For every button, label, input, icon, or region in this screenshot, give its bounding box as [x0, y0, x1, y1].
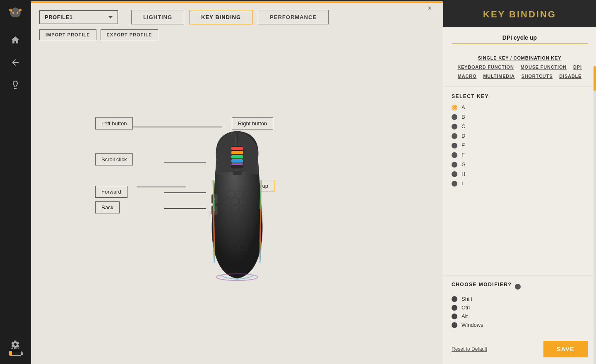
tab-key-binding[interactable]: KEY BINDING — [189, 10, 253, 24]
binding-disable[interactable]: DISABLE — [557, 72, 584, 80]
binding-single-key[interactable]: SINGLE KEY / COMBINATION KEY — [476, 54, 564, 62]
svg-point-1 — [17, 12, 18, 14]
top-bar-accent — [31, 1, 443, 3]
key-item-h[interactable]: H — [452, 170, 586, 178]
modifier-radio-alt[interactable] — [452, 314, 457, 319]
binding-mouse-function[interactable]: MOUSE FUNCTION — [518, 63, 569, 71]
modifier-radio-ctrl[interactable] — [452, 305, 457, 311]
svg-point-0 — [12, 12, 14, 14]
binding-macro[interactable]: MACRO — [455, 72, 479, 80]
binding-section: DPI cycle up SINGLE KEY / COMBINATION KE… — [443, 27, 596, 87]
export-profile-button[interactable]: EXPORT PROFILE — [101, 29, 159, 40]
svg-rect-7 — [231, 159, 243, 163]
mouse-image — [192, 126, 283, 283]
dropdown-arrow-icon — [108, 16, 113, 19]
key-label-d: D — [461, 133, 465, 139]
binding-dpi[interactable]: DPI — [571, 63, 584, 71]
scroll-click-box[interactable]: Scroll click — [95, 153, 133, 165]
close-button[interactable]: × — [425, 3, 435, 13]
battery-indicator: 23% — [9, 345, 22, 356]
modifier-label-alt: Alt — [461, 313, 468, 319]
key-radio-i[interactable] — [452, 181, 457, 187]
svg-rect-5 — [231, 151, 243, 154]
key-radio-f[interactable] — [452, 152, 457, 158]
battery-percent-label: 23% — [11, 345, 19, 350]
battery-fill — [10, 351, 12, 355]
key-label-c: C — [461, 123, 465, 129]
key-item-a[interactable]: A — [452, 103, 586, 111]
scrollbar-thumb[interactable] — [594, 66, 596, 91]
modifier-radio-shift[interactable] — [452, 296, 457, 302]
svg-rect-6 — [231, 155, 243, 158]
tab-performance[interactable]: PERFORMANCE — [258, 10, 329, 24]
key-item-c[interactable]: C — [452, 122, 586, 130]
nav-tabs: LIGHTING KEY BINDING PERFORMANCE — [131, 10, 329, 24]
right-panel-footer: Reset to Default SAVE — [443, 334, 596, 364]
select-key-section: SELECT KEY A B C D E — [443, 87, 596, 275]
right-panel: KEY BINDING DPI cycle up SINGLE KEY / CO… — [443, 0, 596, 364]
header: PROFILE1 LIGHTING KEY BINDING PERFORMANC… — [31, 3, 443, 29]
save-button[interactable]: SAVE — [543, 341, 588, 357]
modifier-shift[interactable]: Shift — [452, 296, 588, 302]
right-panel-title: KEY BINDING — [452, 9, 588, 20]
key-radio-c[interactable] — [452, 124, 457, 129]
modifier-label-windows: Windows — [461, 322, 483, 328]
top-accent-bar — [31, 0, 443, 3]
svg-rect-4 — [231, 147, 243, 150]
modifier-label-ctrl: Ctrl — [461, 304, 470, 311]
key-label-g: G — [461, 161, 466, 168]
binding-keyboard-function[interactable]: KEYBOARD FUNCTION — [455, 63, 516, 71]
key-item-e[interactable]: E — [452, 141, 586, 149]
key-radio-a[interactable] — [452, 105, 457, 110]
modifier-radio-windows[interactable] — [452, 322, 457, 328]
svg-rect-9 — [233, 171, 242, 175]
modifier-windows[interactable]: Windows — [452, 322, 588, 328]
forward-box[interactable]: Forward — [95, 186, 127, 198]
battery-bar — [9, 351, 22, 356]
key-radio-d[interactable] — [452, 133, 457, 139]
sidebar-home-icon[interactable] — [7, 32, 23, 48]
app-logo[interactable] — [6, 4, 25, 23]
select-key-title: SELECT KEY — [452, 93, 588, 99]
binding-multimedia[interactable]: MULTIMEDIA — [481, 72, 517, 80]
key-label-i: I — [461, 180, 463, 187]
profile-actions: IMPORT PROFILE EXPORT PROFILE — [31, 29, 443, 45]
key-item-d[interactable]: D — [452, 132, 586, 140]
modifier-ctrl[interactable]: Ctrl — [452, 304, 588, 311]
key-radio-h[interactable] — [452, 171, 457, 177]
key-radio-g[interactable] — [452, 162, 457, 168]
modifier-title: CHOOSE MODIFIER? — [452, 282, 512, 287]
profile-dropdown[interactable]: PROFILE1 — [39, 10, 118, 24]
mouse-diagram-area: Xtreme HARDWARE Left button Right button… — [31, 45, 443, 364]
key-item-b[interactable]: B — [452, 113, 586, 121]
modifier-toggle[interactable] — [515, 284, 521, 290]
profile-label: PROFILE1 — [45, 14, 105, 20]
key-radio-b[interactable] — [452, 114, 457, 120]
key-label-f: F — [461, 152, 465, 158]
dpi-connector — [137, 187, 186, 187]
scrollbar-track[interactable] — [594, 66, 596, 364]
key-item-i[interactable]: I — [452, 180, 586, 187]
key-radio-e[interactable] — [452, 143, 457, 148]
back-box[interactable]: Back — [95, 201, 120, 213]
modifier-alt[interactable]: Alt — [452, 313, 588, 319]
key-item-f[interactable]: F — [452, 151, 586, 159]
key-item-g[interactable]: G — [452, 160, 586, 168]
modifier-section: CHOOSE MODIFIER? Shift Ctrl Alt Windows — [443, 275, 596, 334]
tab-lighting[interactable]: LIGHTING — [131, 10, 184, 24]
key-label-b: B — [461, 114, 465, 120]
right-button-connector — [132, 127, 186, 127]
sidebar-back-icon[interactable] — [7, 55, 23, 70]
reset-default-link[interactable]: Reset to Default — [452, 346, 537, 352]
modifier-label-shift: Shift — [461, 296, 472, 302]
import-profile-button[interactable]: IMPORT PROFILE — [39, 29, 96, 40]
sidebar-device-icon[interactable] — [7, 77, 23, 93]
left-button-box[interactable]: Left button — [95, 117, 133, 129]
right-panel-header: KEY BINDING — [443, 0, 596, 27]
key-label-e: E — [461, 142, 465, 148]
modifier-title-row: CHOOSE MODIFIER? — [452, 282, 588, 292]
binding-options: SINGLE KEY / COMBINATION KEY KEYBOARD FU… — [452, 54, 588, 80]
main-content: × PROFILE1 LIGHTING KEY BINDING PERFORMA… — [31, 0, 443, 364]
binding-shortcuts[interactable]: SHORTCUTS — [519, 72, 555, 80]
modifier-options: Shift Ctrl Alt Windows — [452, 296, 588, 328]
